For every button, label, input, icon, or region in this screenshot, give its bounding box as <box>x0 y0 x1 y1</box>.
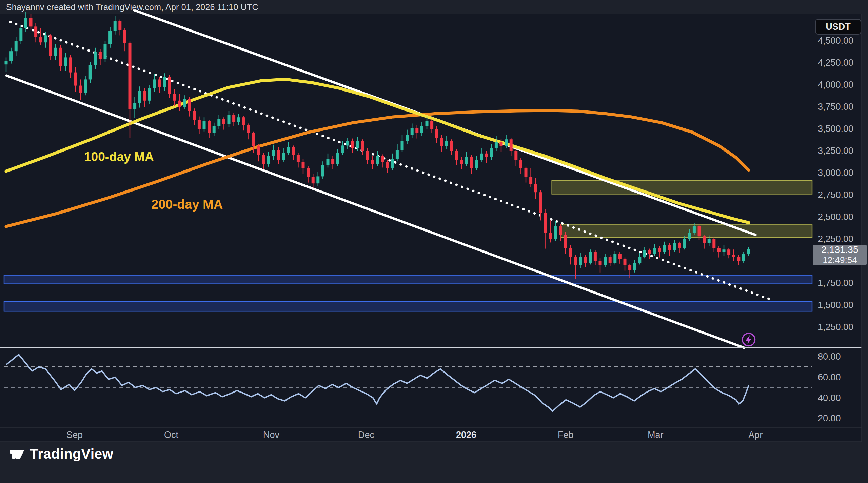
symbol-currency-label: USDT <box>826 22 851 32</box>
candle-body <box>34 26 37 37</box>
candle-body <box>529 177 532 184</box>
candle-body <box>455 151 458 160</box>
candle-body <box>415 128 418 133</box>
price-axis-tick[interactable]: 1,750.00 <box>818 278 853 288</box>
candle-body <box>39 37 42 43</box>
candle-body <box>723 249 726 252</box>
candle-body <box>653 248 656 254</box>
time-axis-label-Sep[interactable]: Sep <box>66 430 83 440</box>
candle-body <box>510 139 513 151</box>
candle-body <box>430 121 433 129</box>
candle-body <box>24 18 27 28</box>
candle-body <box>89 65 92 80</box>
candle-body <box>138 91 141 103</box>
candle-body <box>5 61 8 64</box>
rsi-axis-tick[interactable]: 40.00 <box>818 393 841 403</box>
support-zone-lower <box>4 302 812 311</box>
candle-body <box>727 249 730 255</box>
candle-body <box>252 133 255 146</box>
candle-body <box>341 145 344 153</box>
candle-body <box>242 117 245 125</box>
price-axis-tick[interactable]: 1,250.00 <box>818 322 853 332</box>
candle-body <box>554 226 557 239</box>
time-axis-label-Apr[interactable]: Apr <box>748 430 763 440</box>
time-axis-label-Feb[interactable]: Feb <box>558 430 574 440</box>
candle-body <box>633 263 636 270</box>
right-margin <box>862 14 868 442</box>
candle-body <box>668 245 671 250</box>
time-axis-label-Dec[interactable]: Dec <box>358 430 374 440</box>
rsi-axis-tick[interactable]: 20.00 <box>818 413 841 423</box>
price-axis-tick[interactable]: 4,000.00 <box>818 80 853 90</box>
candle-body <box>376 156 379 164</box>
candle-body <box>465 157 468 164</box>
price-chart-svg[interactable]: 4,500.004,250.004,000.003,750.003,500.00… <box>0 0 868 483</box>
rsi-axis-tick[interactable]: 60.00 <box>818 372 841 382</box>
price-axis-tick[interactable]: 3,500.00 <box>818 124 853 134</box>
current-price-value: 2,131.35 <box>822 245 859 255</box>
time-axis-label-2026[interactable]: 2026 <box>456 430 476 440</box>
price-axis-tick[interactable]: 2,500.00 <box>818 212 853 222</box>
candle-body <box>173 94 176 101</box>
tradingview-logo[interactable]: TradingView <box>9 446 113 462</box>
candle-body <box>440 138 443 146</box>
flash-icon[interactable] <box>741 332 756 347</box>
time-axis-label-Nov[interactable]: Nov <box>263 430 280 440</box>
price-axis-tick[interactable]: 3,000.00 <box>818 168 853 178</box>
candle-body <box>386 162 389 168</box>
current-price-axis-label: 2,131.35 12:49:54 <box>813 245 867 265</box>
candle-body <box>178 101 181 107</box>
candle-body <box>485 154 488 157</box>
price-axis-tick[interactable]: 1,500.00 <box>818 300 853 310</box>
candle-body <box>663 245 666 252</box>
price-axis-tick[interactable]: 3,250.00 <box>818 146 853 156</box>
candle-body <box>732 255 735 257</box>
time-axis-background <box>0 428 862 442</box>
candle-body <box>9 51 13 61</box>
candle-body <box>312 177 315 183</box>
time-axis-label-Mar[interactable]: Mar <box>648 430 664 440</box>
candle-body <box>574 257 577 265</box>
candle-body <box>148 88 151 100</box>
bar-close-countdown: 12:49:54 <box>823 255 857 265</box>
candle-body <box>371 160 374 164</box>
candle-body <box>292 147 295 155</box>
resistance-zone-upper <box>552 180 812 194</box>
candle-body <box>262 155 265 164</box>
symbol-currency-button[interactable]: USDT <box>815 19 861 35</box>
candle-body <box>579 257 582 265</box>
candle-body <box>232 115 235 122</box>
candle-body <box>104 44 107 59</box>
candle-body <box>396 150 399 159</box>
rsi-axis-tick[interactable]: 80.00 <box>818 351 841 362</box>
candle-body <box>168 77 171 94</box>
candle-body <box>272 150 275 156</box>
candle-body <box>331 159 334 164</box>
price-axis-tick[interactable]: 3,750.00 <box>818 102 853 112</box>
candle-body <box>495 142 498 148</box>
candle-body <box>648 250 651 254</box>
candle-body <box>336 153 339 164</box>
candle-body <box>277 150 280 160</box>
candle-body <box>302 162 305 168</box>
candle-body <box>514 151 517 160</box>
candle-body <box>613 254 616 263</box>
candle-body <box>559 226 562 235</box>
candle-body <box>228 115 231 124</box>
candle-body <box>19 28 22 41</box>
candle-body <box>287 147 290 153</box>
candle-body <box>108 31 112 44</box>
price-axis-tick[interactable]: 2,250.00 <box>818 234 853 244</box>
candle-body <box>737 257 740 261</box>
candle-body <box>346 141 349 145</box>
ma100-annotation-label: 100-day MA <box>84 150 154 164</box>
candle-body <box>59 48 62 66</box>
candle-body <box>237 117 240 122</box>
price-axis-tick[interactable]: 4,500.00 <box>818 36 853 46</box>
price-axis-tick[interactable]: 4,250.00 <box>818 58 853 68</box>
price-axis-tick[interactable]: 2,750.00 <box>818 190 853 200</box>
time-axis-label-Oct[interactable]: Oct <box>164 430 179 440</box>
candle-body <box>163 77 166 87</box>
candle-body <box>123 30 126 43</box>
candle-body <box>564 235 567 248</box>
